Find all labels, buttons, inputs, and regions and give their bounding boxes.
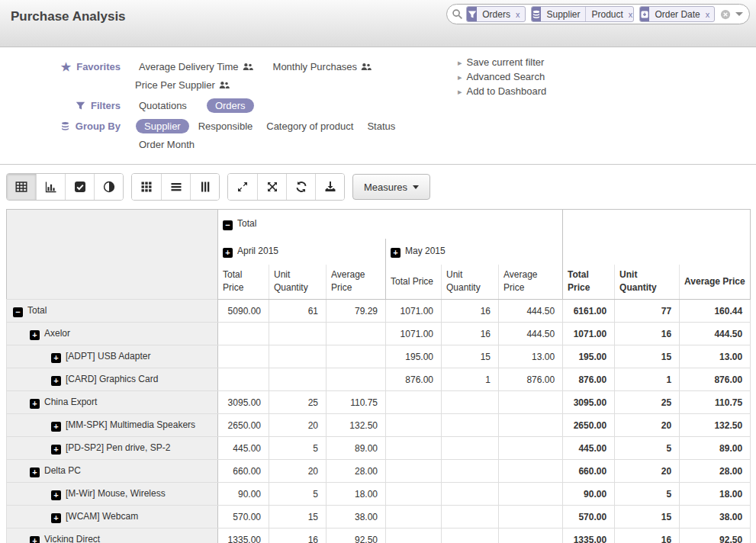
measure-header-total[interactable]: Unit Quantity [615,265,680,300]
pivot-row: Axelor1071.0016444.501071.0016444.50 [7,323,751,345]
filter-item-orders[interactable]: Orders [207,98,254,113]
rows-icon [170,181,182,193]
grid-button[interactable] [132,174,161,200]
pivot-row-header[interactable]: [MM-SPK] Multimedia Speakers [7,414,218,437]
measure-header[interactable]: Total Price [386,265,442,300]
measure-header[interactable]: Unit Quantity [442,265,499,300]
filter-item-quotations[interactable]: Quotations [139,100,187,111]
group-by-icon [60,121,70,131]
pivot-row-header[interactable]: Delta PC [7,460,218,483]
measure-header[interactable]: Average Price [327,265,386,300]
expand-button[interactable] [228,174,257,200]
row-label: [M-Wir] Mouse, Wireless [66,488,166,499]
pivot-cell: 16 [269,529,327,543]
move-button[interactable] [257,174,286,200]
measure-header[interactable]: Unit Quantity [269,265,327,300]
advanced-search-link[interactable]: Advanced Search [458,71,546,82]
pivot-cell [442,391,499,414]
expand-icon[interactable] [30,330,40,340]
measure-header-total[interactable]: Average Price [680,265,751,300]
row-label: Vicking Direct [44,534,100,543]
pivot-cell [499,414,563,437]
rows-button[interactable] [161,174,190,200]
pivot-cell: 38.00 [327,506,386,529]
measure-header[interactable]: Average Price [499,265,563,300]
expand-icon[interactable] [51,490,61,500]
download-button[interactable] [315,174,344,200]
col-group-total[interactable]: Total [218,210,563,239]
clear-search-icon[interactable] [720,9,731,20]
add-to-dashboard-link[interactable]: Add to Dashboard [458,85,546,97]
pivot-cell: 89.00 [327,437,386,460]
collapse-icon[interactable] [13,307,23,317]
pivot-cell: 3095.00 [218,391,269,414]
favorite-item[interactable]: Monthly Purchases [273,61,372,72]
measure-header[interactable]: Total Price [218,265,269,300]
arrow-icon [458,85,462,97]
favorite-item[interactable]: Price Per Supplier [135,79,230,91]
search-dropdown-caret-icon[interactable] [735,12,743,16]
pivot-cell: 5 [615,437,680,460]
expand-icon[interactable] [391,248,401,258]
group-by-item-supplier[interactable]: Supplier [136,119,189,133]
favorites-section-label: ★ Favorites [0,61,121,72]
arrow-icon [458,56,462,68]
search-bar[interactable]: Orders x Supplier Product x Order Date x [446,4,750,24]
pivot-cell: 13.00 [680,345,751,368]
pivot-row-header[interactable]: [M-Wir] Mouse, Wireless [7,483,218,506]
expand-icon[interactable] [51,353,61,363]
bar-chart-button[interactable] [36,174,65,200]
pivot-row-header[interactable]: [CARD] Graphics Card [7,368,218,391]
pivot-cell [442,437,499,460]
group-by-item-status[interactable]: Status [367,120,395,132]
facet-remove-icon[interactable]: x [706,7,715,21]
pivot-cell: 90.00 [563,483,615,506]
pivot-cell: 89.00 [680,437,751,460]
refresh-button[interactable] [286,174,315,200]
pivot-row-header[interactable]: [ADPT] USB Adapter [7,345,218,368]
search-facet-order-date[interactable]: Order Date x [639,6,715,22]
col-group-april-2015[interactable]: April 2015 [218,239,386,265]
pivot-row-header[interactable]: Vicking Direct [7,529,218,543]
col-group-may-2015[interactable]: May 2015 [386,239,563,265]
pivot-cell: 15 [615,506,680,529]
measures-button[interactable]: Measures [352,174,430,200]
expand-icon[interactable] [30,467,40,477]
row-label: Delta PC [44,465,81,476]
collapse-icon[interactable] [223,220,233,230]
expand-icon[interactable] [51,513,61,523]
pivot-row-header[interactable]: China Export [7,391,218,414]
expand-icon[interactable] [51,445,61,455]
expand-icon[interactable] [223,248,233,258]
pivot-row-header[interactable]: [PD-SP2] Pen drive, SP-2 [7,437,218,460]
group-by-item-responsible[interactable]: Responsible [198,120,253,132]
measure-header-total[interactable]: Total Price [563,265,615,300]
expand-icon[interactable] [30,536,40,543]
row-label: Axelor [44,328,70,339]
pivot-cell: 79.29 [327,300,386,323]
expand-icon[interactable] [51,376,61,386]
pivot-row-header[interactable]: Total [7,300,218,323]
pivot-cell: 1335.00 [218,529,269,543]
search-facet-groupby[interactable]: Supplier Product x [531,6,634,22]
group-by-item-category[interactable]: Category of product [266,120,353,132]
pivot-row-header[interactable]: [WCAM] Webcam [7,506,218,529]
columns-button[interactable] [190,174,219,200]
pivot-cell [386,414,442,437]
pivot-cell: 20 [269,414,327,437]
check-square-button[interactable] [65,174,94,200]
pivot-cell [218,345,269,368]
facet-remove-icon[interactable]: x [629,7,635,21]
pivot-row-header[interactable]: Axelor [7,323,218,345]
search-facet-orders[interactable]: Orders x [466,6,526,22]
contrast-button[interactable] [94,174,123,200]
save-current-filter-link[interactable]: Save current filter [458,56,546,68]
table-view-button[interactable] [7,174,36,200]
pivot-row: [M-Wir] Mouse, Wireless90.00518.0090.005… [7,483,751,506]
expand-icon[interactable] [51,422,61,432]
group-by-item-order-month[interactable]: Order Month [139,139,195,150]
expand-icon[interactable] [30,399,40,409]
facet-remove-icon[interactable]: x [516,7,526,21]
favorite-item[interactable]: Average Delivery Time [139,61,253,72]
pivot-cell: 660.00 [563,460,615,483]
